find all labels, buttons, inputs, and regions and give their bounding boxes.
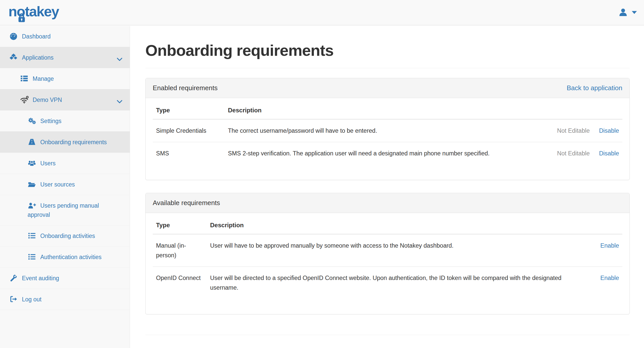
sidebar-item-settings[interactable]: Settings [0, 110, 130, 131]
sidebar-item-user-sources[interactable]: User sources [0, 174, 130, 195]
enable-link[interactable]: Enable [600, 242, 619, 249]
sidebar-item-label: Onboarding requirements [40, 139, 107, 145]
available-requirements-table: Type Description Manual (in-person) User… [153, 215, 622, 299]
sidebar-item-label: Dashboard [22, 33, 51, 40]
sidebar-item-demo-vpn[interactable]: Demo VPN [0, 89, 130, 110]
sidebar-item-onboarding-activities[interactable]: Onboarding activities [0, 225, 130, 246]
sidebar-item-users[interactable]: Users [0, 153, 130, 174]
road-icon [28, 138, 37, 146]
page-title: Onboarding requirements [145, 41, 630, 59]
disable-link[interactable]: Disable [599, 150, 619, 157]
chevron-down-icon [117, 55, 123, 60]
requirement-description: The correct username/password will have … [225, 119, 536, 142]
list-icon [28, 252, 37, 261]
bottom-divider [145, 335, 630, 335]
sidebar-item-authentication-activities[interactable]: Authentication activities [0, 246, 130, 267]
column-header-status [586, 215, 593, 234]
title-divider [145, 68, 630, 68]
sidebar-item-label: Applications [22, 54, 54, 61]
chevron-down-icon [117, 97, 123, 103]
sidebar-item-label: Settings [40, 118, 61, 124]
sidebar-item-label: User sources [40, 181, 75, 188]
available-requirements-panel: Available requirements Type Description … [145, 193, 630, 314]
requirement-type: Manual (in-person) [153, 234, 207, 267]
sidebar-item-label: Log out [22, 296, 42, 303]
table-row: SMS SMS 2-step verification. The applica… [153, 142, 622, 165]
user-icon [618, 7, 628, 18]
panel-heading: Available requirements [146, 193, 629, 213]
requirement-description: SMS 2-step verification. The application… [225, 142, 536, 165]
gears-icon [28, 116, 37, 125]
requirement-type: OpenID Connect [153, 267, 207, 299]
sign-out-icon [9, 295, 18, 303]
enable-link[interactable]: Enable [600, 275, 619, 281]
sidebar-item-log-out[interactable]: Log out [0, 289, 130, 310]
column-header-description: Description [207, 215, 586, 234]
sidebar-item-onboarding-requirements[interactable]: Onboarding requirements [0, 131, 130, 153]
disable-link[interactable]: Disable [599, 127, 619, 134]
sidebar-item-label: Demo VPN [33, 97, 62, 103]
padlock-icon [18, 9, 26, 19]
enabled-requirements-table: Type Description Simple Credentials The … [153, 100, 622, 165]
requirement-type: Simple Credentials [153, 119, 225, 142]
sidebar-item-users-pending-manual-approval[interactable]: Users pending manual approval [0, 195, 130, 225]
sidebar-item-dashboard[interactable]: Dashboard [0, 26, 130, 47]
panel-title: Available requirements [153, 199, 220, 207]
notakey-logo[interactable]: notakey [8, 3, 59, 20]
sidebar: Dashboard Applications [0, 26, 130, 348]
sidebar-nav: Dashboard Applications [0, 26, 130, 310]
panel-title: Enabled requirements [153, 84, 217, 92]
top-navbar: notakey [0, 0, 644, 25]
column-header-type: Type [153, 215, 207, 234]
user-plus-icon [28, 201, 37, 210]
column-header-action [593, 100, 622, 119]
back-to-application-link[interactable]: Back to application [567, 84, 622, 92]
dashboard-icon [9, 32, 18, 41]
wifi-icon [20, 95, 29, 104]
sidebar-item-applications[interactable]: Applications [0, 47, 130, 68]
sidebar-item-label: Event auditing [22, 275, 59, 282]
sidebar-item-manage[interactable]: Manage [0, 68, 130, 89]
column-header-description: Description [225, 100, 536, 119]
table-row: Manual (in-person) User will have to be … [153, 234, 622, 267]
status-badge: Not Editable [536, 142, 593, 165]
table-row: Simple Credentials The correct username/… [153, 119, 622, 142]
sidebar-item-label: Users [40, 160, 56, 167]
sidebar-item-label: Users pending manual approval [28, 202, 99, 218]
status-cell [586, 267, 593, 299]
status-badge: Not Editable [536, 119, 593, 142]
requirement-description: User will be directed to a specified Ope… [207, 267, 586, 299]
logo-text: notakey [8, 3, 59, 19]
enabled-requirements-panel: Enabled requirements Back to application… [145, 78, 630, 180]
column-header-status [536, 100, 593, 119]
sidebar-item-label: Onboarding activities [40, 233, 95, 239]
panel-heading: Enabled requirements Back to application [146, 78, 629, 98]
requirement-type: SMS [153, 142, 225, 165]
sidebar-item-event-auditing[interactable]: Event auditing [0, 267, 130, 289]
folder-open-icon [28, 180, 37, 189]
caret-down-icon [632, 10, 637, 15]
list-icon [28, 231, 37, 240]
wrench-icon [9, 274, 18, 282]
sidebar-item-label: Manage [33, 75, 54, 82]
status-cell [586, 234, 593, 267]
column-header-action [593, 215, 622, 234]
requirement-description: User will have to be approved manually b… [207, 234, 586, 267]
users-icon [28, 159, 37, 167]
table-row: OpenID Connect User will be directed to … [153, 267, 622, 299]
sidebar-item-label: Authentication activities [40, 254, 101, 260]
column-header-type: Type [153, 100, 225, 119]
user-menu[interactable] [618, 7, 637, 18]
cubes-icon [9, 53, 18, 62]
main-content: Onboarding requirements Enabled requirem… [130, 26, 644, 348]
th-list-icon [20, 74, 29, 83]
